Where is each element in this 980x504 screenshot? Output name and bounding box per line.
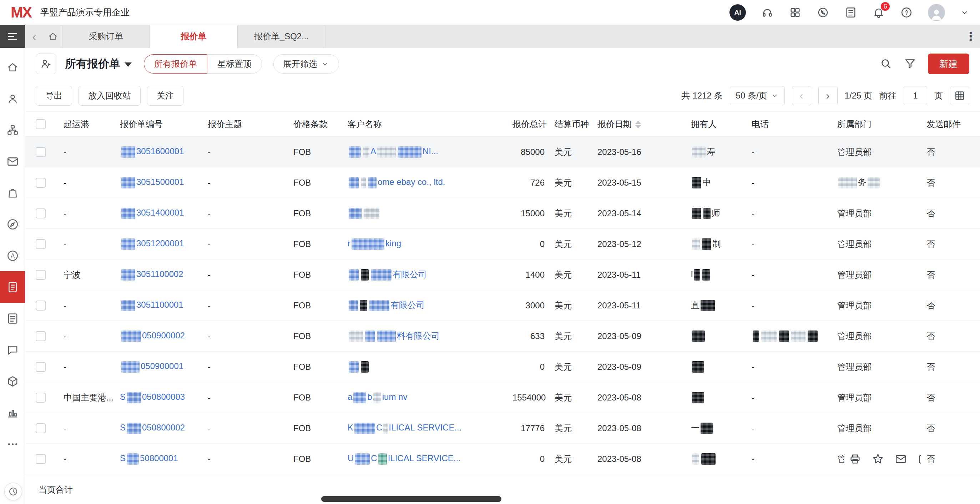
- table-settings-button[interactable]: [950, 86, 969, 105]
- cell-text[interactable]: S: [120, 423, 126, 432]
- table-row[interactable]: -3051100001-FOB有限公司3000美元2023-05-11直-管理员…: [25, 290, 980, 321]
- row-checkbox[interactable]: [36, 147, 46, 157]
- column-email[interactable]: 发送邮件: [921, 112, 980, 137]
- cell-text[interactable]: 3051200001: [136, 238, 184, 248]
- new-quotation-button[interactable]: 新建: [928, 54, 969, 74]
- column-terms[interactable]: 价格条款: [288, 112, 342, 137]
- page-size-select[interactable]: 50 条/页: [730, 86, 785, 105]
- table-row[interactable]: 宁波3051100002-FOB有限公司1400美元2023-05-11i-管理…: [25, 259, 980, 290]
- cell-text[interactable]: king: [385, 238, 401, 248]
- cell-text[interactable]: 050900002: [142, 331, 185, 340]
- sidebar-toggle-button[interactable]: [0, 25, 25, 48]
- apps-grid-icon[interactable]: [789, 6, 802, 19]
- row-checkbox[interactable]: [36, 239, 46, 249]
- column-dept[interactable]: 所属部门: [832, 112, 921, 137]
- help-icon[interactable]: ?: [900, 6, 913, 19]
- cell-text[interactable]: K: [348, 423, 353, 432]
- nav-back-icon[interactable]: ‹: [25, 25, 43, 48]
- sidebar-item-organization[interactable]: [0, 114, 25, 146]
- cell-text[interactable]: 050900001: [141, 361, 183, 371]
- edit-icon[interactable]: [917, 453, 921, 466]
- owner-filter-button[interactable]: [36, 54, 56, 74]
- column-owner[interactable]: 拥有人: [685, 112, 746, 137]
- tab-1[interactable]: 报价单: [150, 25, 238, 48]
- column-port[interactable]: 起运港: [58, 112, 114, 137]
- export-button[interactable]: 导出: [36, 86, 72, 106]
- user-menu-chevron-icon[interactable]: [960, 6, 969, 19]
- notifications-icon[interactable]: 6: [872, 6, 885, 19]
- cell-text[interactable]: 有限公司: [390, 300, 425, 310]
- sidebar-item-mail[interactable]: [0, 146, 25, 177]
- table-row[interactable]: -S050800002-FOBKCILICAL SERVICE...17776美…: [25, 413, 980, 444]
- column-total[interactable]: 报价总计: [507, 112, 549, 137]
- cell-text[interactable]: S: [120, 453, 126, 463]
- table-row[interactable]: -050900002-FOB料有限公司633美元2023-05-09管理员部否: [25, 321, 980, 351]
- sidebar-item-orders[interactable]: [0, 303, 25, 334]
- column-number[interactable]: 报价单编号: [114, 112, 202, 137]
- row-checkbox[interactable]: [36, 208, 46, 218]
- row-checkbox[interactable]: [36, 393, 46, 402]
- column-customer[interactable]: 客户名称: [342, 112, 507, 137]
- row-checkbox[interactable]: [36, 300, 46, 310]
- row-checkbox[interactable]: [36, 423, 46, 433]
- table-row[interactable]: -3051400001-FOB15000美元2023-05-14师-管理员部否: [25, 198, 980, 229]
- cell-text[interactable]: NI...: [423, 146, 438, 156]
- cell-text[interactable]: 3051500001: [136, 177, 184, 187]
- ai-assistant-icon[interactable]: AI: [729, 4, 746, 21]
- sidebar-item-reports[interactable]: [0, 397, 25, 428]
- tab-2[interactable]: 报价单_SQ2...: [238, 25, 326, 48]
- column-subject[interactable]: 报价主题: [202, 112, 288, 137]
- cell-text[interactable]: r: [348, 238, 350, 248]
- cell-text[interactable]: 50800001: [140, 453, 178, 463]
- user-avatar[interactable]: [928, 4, 945, 21]
- cell-text[interactable]: 3051100001: [136, 300, 183, 310]
- cell-text[interactable]: A: [371, 146, 376, 156]
- column-date[interactable]: 报价日期: [592, 112, 685, 137]
- floating-assistant-button[interactable]: [4, 483, 22, 501]
- sidebar-item-marketing[interactable]: A: [0, 240, 25, 271]
- prev-page-button[interactable]: ‹: [792, 86, 811, 105]
- table-row[interactable]: -3051500001-FOBome ebay co., ltd.726美元20…: [25, 167, 980, 198]
- sidebar-item-contacts[interactable]: [0, 83, 25, 114]
- sidebar-item-home[interactable]: [0, 51, 25, 83]
- cell-text[interactable]: C: [376, 423, 382, 432]
- tab-0[interactable]: 采购订单: [62, 25, 150, 48]
- column-phone[interactable]: 电话: [746, 112, 832, 137]
- table-row[interactable]: -050900001-FOB0美元2023-05-09-管理员部否: [25, 351, 980, 382]
- row-checkbox[interactable]: [36, 270, 46, 280]
- cell-text[interactable]: 3051100002: [136, 269, 183, 279]
- table-row[interactable]: 中国主要港...S050800003-FOBabium nv1554000美元2…: [25, 382, 980, 413]
- row-checkbox[interactable]: [36, 454, 46, 464]
- cell-text[interactable]: 料有限公司: [397, 331, 440, 340]
- follow-button[interactable]: 关注: [147, 86, 183, 106]
- cell-text[interactable]: C: [371, 453, 377, 463]
- column-currency[interactable]: 结算币种: [549, 112, 592, 137]
- cell-text[interactable]: b: [367, 392, 372, 402]
- cell-text[interactable]: ome ebay co., ltd.: [378, 177, 445, 187]
- print-icon[interactable]: [849, 453, 862, 466]
- horizontal-scrollbar-thumb[interactable]: [321, 496, 501, 502]
- table-row[interactable]: -S50800001-FOBUCILICAL SERVICE...0美元2023…: [25, 444, 980, 474]
- sidebar-item-logistics[interactable]: [0, 366, 25, 397]
- cell-text[interactable]: ILICAL SERVICE...: [388, 453, 461, 463]
- cell-text[interactable]: U: [348, 453, 354, 463]
- star-icon[interactable]: [872, 453, 885, 466]
- filter-all-quotes[interactable]: 所有报价单: [144, 54, 207, 73]
- cell-text[interactable]: a: [348, 392, 352, 402]
- recycle-bin-button[interactable]: 放入回收站: [78, 86, 141, 106]
- mail-icon[interactable]: [894, 453, 907, 466]
- table-row[interactable]: -3051600001-FOBANI...85000美元2023-05-16寿-…: [25, 137, 980, 167]
- expand-filters-button[interactable]: 展开筛选: [274, 54, 339, 73]
- sidebar-item-more[interactable]: [0, 428, 25, 460]
- tab-overflow-icon[interactable]: ⋮: [961, 25, 980, 48]
- cell-text[interactable]: 3051400001: [136, 208, 184, 217]
- sidebar-item-explore[interactable]: [0, 208, 25, 240]
- cell-text[interactable]: 有限公司: [393, 269, 427, 279]
- select-all-checkbox[interactable]: [36, 119, 46, 129]
- row-checkbox[interactable]: [36, 178, 46, 188]
- goto-page-input[interactable]: [904, 86, 927, 105]
- whatsapp-icon[interactable]: [816, 6, 829, 19]
- cell-text[interactable]: ium nv: [382, 392, 407, 402]
- filter-starred[interactable]: 星标置顶: [207, 54, 262, 73]
- sort-icon[interactable]: [635, 121, 641, 129]
